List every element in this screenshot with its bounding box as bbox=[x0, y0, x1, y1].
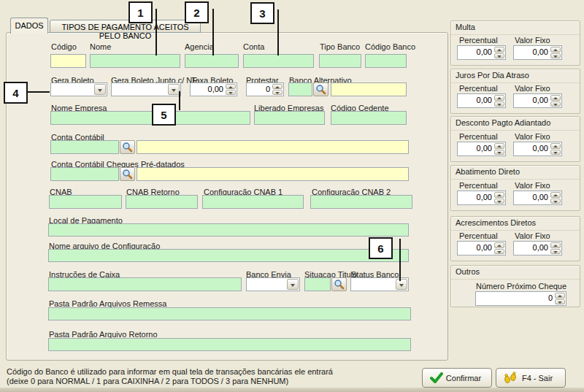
spinner-buttons[interactable] bbox=[550, 95, 561, 107]
tipo-banco-input[interactable] bbox=[319, 54, 361, 68]
chevron-down-icon[interactable] bbox=[94, 84, 106, 95]
taxa-boleto-spinner[interactable]: 0,00 bbox=[190, 82, 237, 96]
multa-valor-fixo-spinner[interactable]: 0,00 bbox=[513, 45, 562, 60]
nome-empresa-input[interactable] bbox=[50, 111, 250, 125]
abatimento-valor-fixo-spinner[interactable]: 0,00 bbox=[513, 191, 562, 205]
abatimento-percentual-spinner[interactable]: 0,00 bbox=[457, 191, 506, 205]
situacao-titulo-input[interactable] bbox=[304, 277, 331, 291]
check-icon bbox=[430, 372, 443, 384]
magnifier-icon bbox=[122, 169, 133, 180]
nome-arquivo-config-input[interactable] bbox=[48, 249, 409, 262]
callout-5-line bbox=[179, 91, 180, 110]
chevron-down-icon[interactable] bbox=[287, 279, 299, 290]
agencia-label: Agencia bbox=[185, 42, 214, 51]
numero-proximo-cheque-label: Número Próximo Cheque bbox=[476, 282, 566, 291]
cnab-retorno-input[interactable] bbox=[126, 195, 198, 209]
nome-input[interactable] bbox=[90, 54, 180, 68]
spinner-buttons[interactable] bbox=[494, 143, 504, 155]
section-outros: Outros Número Próximo Cheque 0 bbox=[450, 265, 580, 307]
magnifier-icon bbox=[122, 142, 133, 153]
callout-4-line bbox=[28, 91, 50, 93]
numero-proximo-cheque-spinner[interactable]: 0 bbox=[475, 291, 566, 306]
instrucoes-caixa-input[interactable] bbox=[48, 277, 242, 291]
conta-contabil-cheques-desc-input[interactable] bbox=[137, 167, 409, 181]
exit-button[interactable]: F4 - Sair bbox=[496, 368, 566, 388]
percentual-label: Percentual bbox=[459, 132, 498, 141]
codigo-input[interactable] bbox=[50, 54, 86, 68]
section-juros-por-dia-atraso: Juros Por Dia Atraso Percentual Valor Fi… bbox=[450, 69, 580, 114]
pasta-remessa-input[interactable] bbox=[48, 307, 411, 320]
callout-4: 4 bbox=[4, 82, 28, 104]
section-title: Multa bbox=[451, 21, 580, 35]
callout-1-line bbox=[155, 9, 157, 55]
config-cnab-1-input[interactable] bbox=[202, 195, 304, 209]
valor-fixo-label: Valor Fixo bbox=[515, 231, 550, 240]
section-title: Juros Por Dia Atraso bbox=[451, 69, 580, 83]
spinner-buttons[interactable] bbox=[550, 143, 561, 155]
callout-3-line bbox=[277, 9, 279, 55]
banco-envia-select[interactable] bbox=[246, 277, 300, 291]
conta-contabil-cheques-lookup-button[interactable] bbox=[120, 167, 135, 181]
cnab-input[interactable] bbox=[49, 195, 122, 209]
magnifier-icon bbox=[315, 84, 326, 95]
chevron-down-icon[interactable] bbox=[396, 279, 407, 290]
conta-contabil-desc-input[interactable] bbox=[137, 140, 409, 154]
tipo-banco-label: Tipo Banco bbox=[320, 42, 360, 51]
spinner-buttons[interactable] bbox=[226, 84, 236, 95]
protestar-spinner[interactable]: 0 bbox=[246, 82, 284, 96]
gera-boleto-select[interactable] bbox=[50, 82, 107, 96]
confirm-button[interactable]: Confirmar bbox=[422, 368, 492, 388]
acrescimos-percentual-spinner[interactable]: 0,00 bbox=[457, 241, 506, 255]
section-title: Outros bbox=[451, 266, 580, 280]
tab-dados[interactable]: DADOS bbox=[10, 18, 48, 34]
conta-contabil-cheques-input[interactable] bbox=[50, 167, 119, 181]
conta-contabil-input[interactable] bbox=[50, 140, 119, 154]
config-cnab-2-input[interactable] bbox=[310, 195, 412, 209]
conta-input[interactable] bbox=[243, 54, 314, 68]
multa-percentual-spinner[interactable]: 0,00 bbox=[457, 45, 506, 60]
banco-alternativo-lookup-button[interactable] bbox=[313, 82, 328, 96]
conta-contabil-lookup-button[interactable] bbox=[120, 140, 135, 154]
section-abatimento-direto: Abatimento Direto Percentual Valor Fixo … bbox=[450, 165, 580, 211]
liberado-empresas-input[interactable] bbox=[254, 111, 325, 125]
juros-percentual-spinner[interactable]: 0,00 bbox=[457, 93, 506, 108]
spinner-buttons[interactable] bbox=[494, 95, 504, 107]
codigo-banco-input[interactable] bbox=[365, 54, 407, 68]
spinner-buttons[interactable] bbox=[550, 192, 561, 204]
spinner-buttons[interactable] bbox=[555, 293, 565, 304]
desconto-valor-fixo-spinner[interactable]: 0,00 bbox=[513, 142, 562, 156]
situacao-titulo-lookup-button[interactable] bbox=[331, 277, 347, 291]
banco-alternativo-desc-input[interactable] bbox=[331, 82, 407, 96]
nome-label: Nome bbox=[90, 42, 111, 51]
hint-line-1: Código do Banco é utilizado para informa… bbox=[7, 367, 333, 376]
agencia-input[interactable] bbox=[185, 54, 239, 68]
gera-boleto-nf-select[interactable] bbox=[111, 82, 181, 96]
acrescimos-valor-fixo-spinner[interactable]: 0,00 bbox=[513, 241, 562, 255]
bank-registration-window: DADOS TIPOS DE PAGAMENTO ACEITOS PELO BA… bbox=[0, 0, 584, 392]
spinner-buttons[interactable] bbox=[494, 192, 504, 204]
valor-fixo-label: Valor Fixo bbox=[515, 36, 550, 45]
spinner-buttons[interactable] bbox=[272, 84, 283, 95]
banco-alternativo-input[interactable] bbox=[288, 82, 312, 96]
pasta-retorno-input[interactable] bbox=[48, 338, 411, 351]
section-title: Acrescimentos Diretos bbox=[451, 217, 580, 231]
callout-5: 5 bbox=[152, 104, 176, 126]
tab-tipos-pagamento[interactable]: TIPOS DE PAGAMENTO ACEITOS PELO BANCO bbox=[50, 20, 201, 33]
chevron-down-icon[interactable] bbox=[168, 84, 180, 95]
desconto-percentual-spinner[interactable]: 0,00 bbox=[457, 142, 506, 156]
section-acrescimos-diretos: Acrescimentos Diretos Percentual Valor F… bbox=[450, 216, 580, 261]
spinner-buttons[interactable] bbox=[550, 242, 561, 254]
section-title: Abatimento Direto bbox=[451, 166, 580, 180]
valor-fixo-label: Valor Fixo bbox=[515, 181, 550, 190]
conta-label: Conta bbox=[243, 42, 264, 51]
section-title: Desconto Pagto Adiantado bbox=[451, 117, 580, 131]
spinner-buttons[interactable] bbox=[494, 242, 504, 254]
callout-1: 1 bbox=[128, 1, 153, 23]
codigo-cedente-input[interactable] bbox=[331, 111, 407, 125]
callout-2-line bbox=[212, 9, 214, 55]
spinner-buttons[interactable] bbox=[550, 47, 561, 58]
juros-valor-fixo-spinner[interactable]: 0,00 bbox=[513, 93, 562, 108]
local-pagamento-input[interactable] bbox=[48, 223, 409, 237]
spinner-buttons[interactable] bbox=[494, 47, 504, 58]
callout-6-line bbox=[399, 239, 401, 281]
